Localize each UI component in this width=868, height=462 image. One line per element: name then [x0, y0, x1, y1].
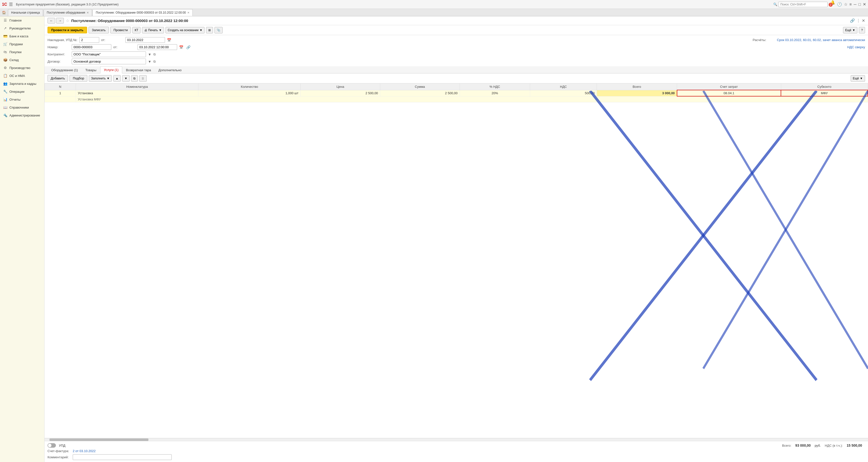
- sidebar-item-admin[interactable]: 🔩 Администрирование: [0, 111, 44, 119]
- nakladnaya-label: Накладная, УПД №:: [48, 38, 78, 42]
- menu-icon[interactable]: ☰: [9, 2, 13, 7]
- link-doc-icon[interactable]: 🔗: [186, 45, 190, 49]
- move-up-button[interactable]: ▲: [113, 75, 121, 82]
- col-nds: НДС: [530, 84, 597, 90]
- search-input[interactable]: [778, 2, 828, 7]
- raschet-label: Расчёты:: [753, 38, 775, 42]
- sidebar-item-director[interactable]: ↗ Руководителю: [0, 24, 44, 32]
- scroll-thumb[interactable]: [50, 438, 148, 441]
- cell-schet[interactable]: 08.04.1: [677, 90, 781, 96]
- nakladnaya-row: Накладная, УПД №: от: 📅 Расчёты: Срок 03…: [48, 37, 865, 43]
- tab-return[interactable]: Возвратная тара: [122, 66, 155, 73]
- table-more-button[interactable]: Ещё ▼: [851, 75, 865, 82]
- sidebar-item-salary[interactable]: 👥 Зарплата и кадры: [0, 80, 44, 88]
- copy-row-button[interactable]: ⧉: [131, 75, 138, 82]
- kt-label: КТ: [134, 28, 138, 32]
- kontragent-input[interactable]: [72, 52, 146, 57]
- raschet-link[interactable]: Срок 03.10.2022, 60.01, 60.02, зачет ава…: [777, 38, 865, 42]
- kontragent-dropdown-icon[interactable]: ▼: [148, 53, 151, 56]
- horizontal-scrollbar[interactable]: [44, 438, 868, 441]
- select-button[interactable]: Подбор: [69, 75, 87, 82]
- sidebar-item-reports[interactable]: 📊 Отчеты: [0, 95, 44, 103]
- tab-document-close[interactable]: ✕: [187, 11, 189, 14]
- upd-row: УПД Всего: 93 000,00 руб. НДС (в т.ч.): …: [48, 443, 865, 448]
- close-icon[interactable]: ✕: [863, 2, 866, 7]
- toggle-thumb: [48, 444, 52, 447]
- schet-faktura-link[interactable]: 2 от 03.10.2022: [73, 449, 95, 453]
- tab-equipment[interactable]: Оборудование (1): [48, 66, 82, 73]
- maximize-icon[interactable]: □: [858, 2, 861, 7]
- sidebar-item-references[interactable]: 📖 Справочники: [0, 103, 44, 111]
- tab-goods[interactable]: Товары: [82, 66, 100, 73]
- tab-equipment-receipt[interactable]: Поступление оборудования ✕: [43, 9, 92, 16]
- sidebar-item-warehouse[interactable]: 📦 Склад: [0, 56, 44, 64]
- sidebar-item-production[interactable]: ⚙ Производство: [0, 64, 44, 72]
- home-icon[interactable]: 🏠: [2, 11, 6, 14]
- director-icon: ↗: [3, 26, 7, 30]
- tab-home[interactable]: Начальная страница: [8, 9, 43, 16]
- more-button[interactable]: Ещё ▼: [843, 27, 857, 33]
- col-schet: Счет затрат: [677, 84, 781, 90]
- nav-back-button[interactable]: ←: [48, 18, 55, 24]
- link-icon[interactable]: 🔗: [850, 18, 855, 23]
- dogovor-open-icon[interactable]: ⧉: [153, 60, 156, 64]
- upd-toggle[interactable]: [48, 443, 56, 448]
- tab-equipment-close[interactable]: ✕: [87, 11, 89, 14]
- attachment-button[interactable]: 📎: [214, 27, 223, 33]
- add-button[interactable]: Добавить: [48, 75, 68, 82]
- post-close-button[interactable]: Провести и закрыть: [48, 27, 87, 33]
- sidebar-item-main[interactable]: ☰ Главное: [0, 16, 44, 24]
- tab-additional[interactable]: Дополнительно: [155, 66, 185, 73]
- svg-line-2: [703, 91, 868, 369]
- main-layout: ☰ Главное ↗ Руководителю 💳 Банк и касса …: [0, 16, 868, 462]
- move-down-button[interactable]: ▼: [122, 75, 130, 82]
- help-button[interactable]: ?: [859, 27, 865, 33]
- purchases-icon: 🛍: [3, 50, 7, 54]
- sidebar-item-os[interactable]: 📋 ОС и НМА: [0, 72, 44, 80]
- delete-row-button[interactable]: 🗑: [139, 75, 147, 82]
- star-icon[interactable]: ☆: [844, 2, 847, 7]
- nomer-input[interactable]: [72, 44, 111, 50]
- tab-document[interactable]: Поступление: Оборудование 0000-000003 от…: [93, 9, 193, 16]
- sidebar-references-label: Справочники: [9, 105, 29, 109]
- cell-tsena: 2 500,00: [301, 90, 380, 96]
- settings-icon[interactable]: ≡: [849, 2, 852, 7]
- nomer-date-input[interactable]: [137, 44, 177, 50]
- app-logo: 1С: [2, 2, 7, 7]
- sidebar-item-sales[interactable]: 🛒 Продажи: [0, 40, 44, 48]
- kommentariy-input[interactable]: [73, 454, 172, 460]
- save-button[interactable]: Записать: [89, 27, 109, 33]
- minimize-icon[interactable]: ─: [854, 2, 856, 7]
- history-icon[interactable]: 🕐: [837, 2, 842, 7]
- sidebar-item-operations[interactable]: 🔧 Операции: [0, 88, 44, 95]
- dogovor-dropdown-icon[interactable]: ▼: [148, 60, 151, 64]
- calendar-icon2[interactable]: 📅: [179, 45, 183, 49]
- sidebar-production-label: Производство: [9, 66, 30, 70]
- print-button[interactable]: 🖨 Печать ▼: [142, 27, 164, 33]
- kt-button[interactable]: КТ: [132, 27, 140, 33]
- post-button[interactable]: Провести: [110, 27, 131, 33]
- more-icon[interactable]: ⋮: [856, 18, 860, 23]
- tab-document-label: Поступление: Оборудование 0000-000003 от…: [96, 11, 186, 14]
- col-tsena: Цена: [301, 84, 380, 90]
- close-doc-icon[interactable]: ✕: [862, 18, 865, 23]
- cell-n: 1: [45, 90, 76, 96]
- kontragent-open-icon[interactable]: ⧉: [153, 53, 156, 56]
- sidebar-item-purchases[interactable]: 🛍 Покупки: [0, 48, 44, 56]
- tab-services[interactable]: Услуги (1): [100, 66, 122, 73]
- cell-subkonto[interactable]: МФУ: [781, 90, 868, 96]
- table-settings-button[interactable]: ⊞: [206, 27, 213, 33]
- fill-button[interactable]: Заполнить ▼: [89, 75, 112, 82]
- calendar-icon1[interactable]: 📅: [167, 38, 171, 42]
- favorite-icon[interactable]: ☆: [66, 18, 69, 23]
- doc-title: Поступление: Оборудование 0000-000003 от…: [71, 19, 850, 23]
- nakladnaya-date-input[interactable]: [125, 37, 165, 43]
- create-based-button[interactable]: Создать на основании ▼: [165, 27, 205, 33]
- sidebar-item-bank[interactable]: 💳 Банк и касса: [0, 32, 44, 40]
- nds-link[interactable]: НДС сверху: [847, 45, 865, 49]
- nakladnaya-input[interactable]: [80, 37, 99, 43]
- x-overlay: [44, 91, 868, 438]
- table-row[interactable]: 1 Установка 1,000 шт 2 500,00 2 500,00 2…: [45, 90, 868, 96]
- nav-forward-button[interactable]: →: [56, 18, 64, 24]
- dogovor-input[interactable]: [72, 59, 146, 64]
